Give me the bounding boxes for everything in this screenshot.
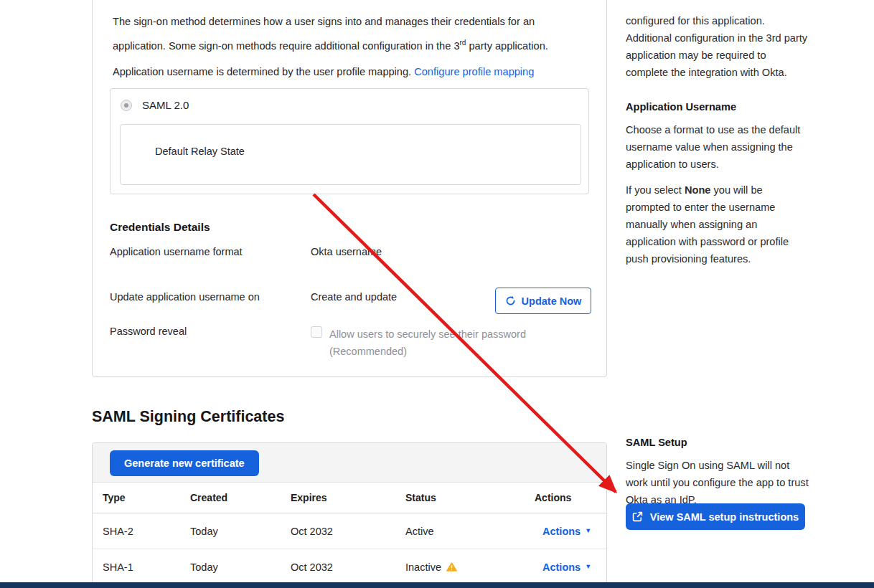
help-sidebar: configured for this application. Additio… [626, 0, 809, 588]
update-now-label: Update Now [522, 295, 582, 307]
sign-on-intro: The sign-on method determines how a user… [113, 11, 583, 82]
warning-triangle-icon [446, 562, 457, 572]
saml-signing-certificates-heading: SAML Signing Certificates [92, 408, 284, 426]
generate-new-certificate-button[interactable]: Generate new certificate [110, 450, 259, 476]
saml-setup-paragraph: Single Sign On using SAML will not work … [626, 457, 809, 508]
saml-radio-button[interactable] [121, 100, 132, 111]
password-reveal-label: Password reveal [110, 326, 187, 337]
window-edge-bar [0, 582, 874, 588]
caret-down-icon: ▼ [585, 528, 591, 534]
col-created: Created [190, 492, 291, 503]
view-saml-setup-instructions-button[interactable]: View SAML setup instructions [626, 503, 805, 530]
update-username-on-label: Update application username on [110, 291, 260, 303]
table-row: SHA-2 Today Oct 2032 Active Actions▼ [93, 513, 606, 549]
cert-status: Active [405, 526, 535, 537]
external-link-icon [632, 511, 643, 522]
actions-label: Actions [542, 526, 581, 537]
username-format-value: Okta username [311, 246, 382, 257]
certificates-toolbar: Generate new certificate [93, 443, 606, 483]
refresh-icon [505, 295, 516, 306]
col-status: Status [405, 492, 535, 503]
cert-status: Inactive [405, 561, 535, 573]
sign-on-methods-card: The sign-on method determines how a user… [92, 0, 607, 377]
table-row: SHA-1 Today Oct 2032 Inactive Actions▼ [93, 549, 606, 584]
cert-expires: Oct 2032 [291, 561, 405, 573]
cert-status-text: Active [405, 526, 434, 537]
cert-status-text: Inactive [405, 561, 441, 573]
configure-profile-mapping-link[interactable]: Configure profile mapping [414, 66, 534, 77]
cert-created: Today [190, 561, 291, 573]
sign-on-description: The sign-on method determines how a user… [113, 11, 583, 57]
cert-type: SHA-1 [103, 561, 190, 573]
password-reveal-checkbox[interactable] [311, 326, 322, 338]
default-relay-state-label: Default Relay State [155, 146, 245, 157]
username-mapping-line: Application username is determined by th… [113, 61, 583, 82]
saml-method-box: SAML 2.0 Default Relay State [110, 88, 589, 194]
saml-setup-button-label: View SAML setup instructions [650, 511, 799, 523]
saml-setup-heading: SAML Setup [626, 434, 809, 451]
certificates-table-header: Type Created Expires Status Actions [93, 483, 606, 513]
col-type: Type [103, 492, 190, 503]
password-reveal-description: Allow users to securely see their passwo… [329, 326, 556, 360]
select-none-bold: None [685, 184, 710, 196]
application-username-heading: Application Username [626, 98, 809, 115]
cert-expires: Oct 2032 [291, 526, 405, 537]
saml-radio-row[interactable]: SAML 2.0 [121, 99, 189, 111]
cert-created: Today [190, 526, 291, 537]
username-format-label: Application username format [110, 246, 243, 257]
update-now-button[interactable]: Update Now [495, 288, 591, 314]
select-none-paragraph: If you select None you will be prompted … [626, 181, 809, 267]
cert-type: SHA-2 [103, 526, 190, 537]
application-username-paragraph: Choose a format to use as the default us… [626, 121, 809, 173]
col-expires: Expires [291, 492, 405, 503]
sign-on-description-tail: party application. [466, 40, 548, 52]
saml-radio-label: SAML 2.0 [142, 99, 189, 111]
certificates-table-card: Generate new certificate Type Created Ex… [92, 442, 607, 584]
credentials-details-heading: Credentials Details [110, 221, 210, 234]
select-none-after: you will be prompted to enter the userna… [626, 184, 789, 265]
actions-dropdown[interactable]: Actions▼ [542, 526, 606, 537]
select-none-before: If you select [626, 184, 685, 196]
default-relay-state-box: Default Relay State [120, 124, 581, 185]
col-actions: Actions [535, 492, 606, 503]
sidebar-top-paragraph: configured for this application. Additio… [626, 12, 809, 81]
username-mapping-text: Application username is determined by th… [113, 66, 414, 77]
actions-label: Actions [542, 561, 581, 573]
update-username-on-value: Create and update [311, 291, 397, 303]
actions-dropdown[interactable]: Actions▼ [542, 561, 606, 573]
caret-down-icon: ▼ [585, 564, 591, 570]
